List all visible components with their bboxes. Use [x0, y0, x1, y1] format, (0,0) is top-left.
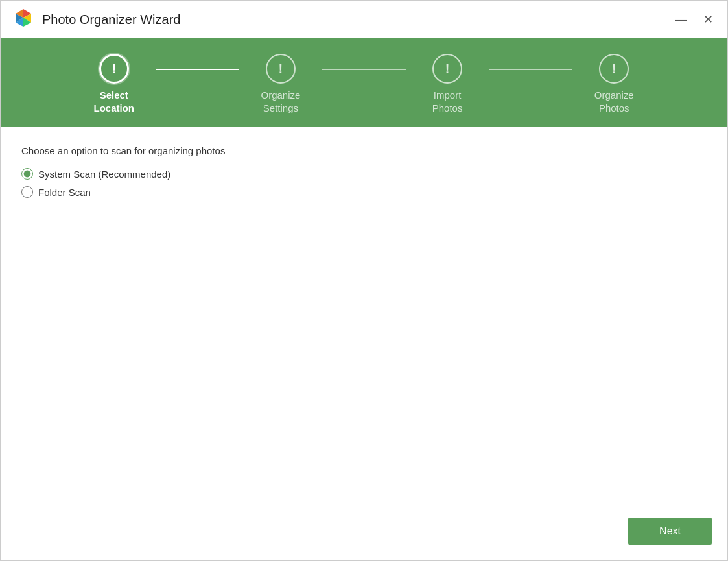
step-select-location: ! SelectLocation — [73, 54, 156, 114]
steps-container: ! SelectLocation ! OrganizeSettings ! Im… — [73, 54, 656, 114]
main-content: Choose an option to scan for organizing … — [1, 127, 727, 507]
step-label-3: ImportPhotos — [432, 89, 463, 114]
close-button[interactable]: ✕ — [699, 10, 717, 29]
step-circle-2: ! — [266, 54, 296, 84]
step-organize-settings: ! OrganizeSettings — [239, 54, 323, 114]
steps-banner: ! SelectLocation ! OrganizeSettings ! Im… — [1, 38, 727, 127]
step-label-4: OrganizePhotos — [594, 89, 634, 114]
scan-options: System Scan (Recommended) Folder Scan — [21, 168, 707, 198]
window-controls: — ✕ — [672, 10, 717, 29]
instruction-text: Choose an option to scan for organizing … — [21, 145, 707, 156]
folder-scan-radio[interactable] — [21, 186, 33, 198]
title-bar: Photo Organizer Wizard — ✕ — [1, 1, 727, 38]
app-window: Photo Organizer Wizard — ✕ ! SelectLocat… — [0, 0, 728, 561]
step-organize-photos: ! OrganizePhotos — [572, 54, 656, 114]
app-logo — [11, 7, 36, 32]
step-import-photos: ! ImportPhotos — [406, 54, 489, 114]
system-scan-label: System Scan (Recommended) — [38, 169, 170, 180]
step-label-2: OrganizeSettings — [261, 89, 301, 114]
step-circle-4: ! — [599, 54, 629, 84]
folder-scan-option[interactable]: Folder Scan — [21, 186, 707, 198]
system-scan-radio[interactable] — [21, 168, 33, 180]
step-circle-1: ! — [99, 54, 129, 84]
folder-scan-label: Folder Scan — [38, 187, 91, 198]
step-line-3 — [489, 69, 572, 70]
app-title: Photo Organizer Wizard — [42, 12, 672, 27]
footer: Next — [1, 507, 727, 560]
system-scan-option[interactable]: System Scan (Recommended) — [21, 168, 707, 180]
next-button[interactable]: Next — [628, 518, 712, 545]
step-circle-3: ! — [432, 54, 462, 84]
step-label-1: SelectLocation — [94, 89, 135, 114]
minimize-button[interactable]: — — [672, 10, 690, 29]
step-line-2 — [322, 69, 406, 70]
step-line-1 — [156, 69, 239, 70]
